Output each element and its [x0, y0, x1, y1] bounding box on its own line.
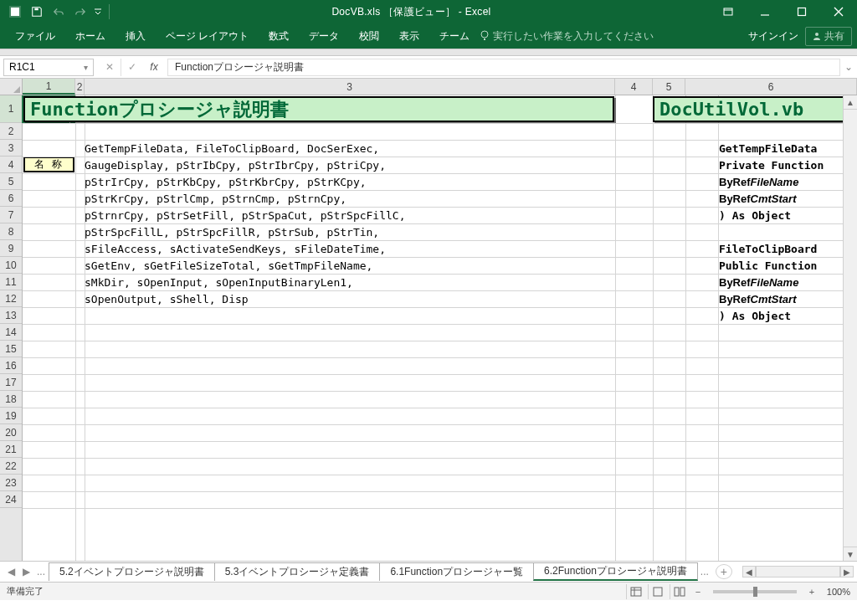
svg-rect-7 [631, 588, 641, 596]
tab-data[interactable]: データ [299, 23, 349, 49]
ribbon-display-icon[interactable] [710, 0, 747, 23]
save-icon[interactable] [27, 3, 47, 21]
sheet-tab-3[interactable]: 6.2Functionプロシージャ説明書 [533, 562, 698, 581]
row-header-23[interactable]: 23 [0, 475, 22, 491]
zoom-thumb[interactable] [753, 587, 757, 597]
row-header-20[interactable]: 20 [0, 424, 22, 441]
formula-bar: R1C1 ▾ ✕ ✓ fx Functionプロシージャ説明書 ⌄ [0, 56, 857, 79]
sheet-tab-1[interactable]: 5.3イベントプロシージャ定義書 [214, 562, 381, 581]
row-header-11[interactable]: 11 [0, 274, 22, 290]
tab-more-right[interactable]: ... [697, 563, 712, 580]
normal-view-icon[interactable] [626, 584, 646, 599]
col-header-3[interactable]: 3 [85, 79, 615, 95]
row-header-19[interactable]: 19 [0, 408, 22, 424]
zoom-out-icon[interactable]: − [691, 587, 705, 597]
name-box[interactable]: R1C1 ▾ [3, 59, 94, 76]
data-line: pStrIrCpy, pStrKbCpy, pStrKbrCpy, pStrKC… [85, 173, 367, 190]
sheet-tab-0[interactable]: 5.2イベントプロシージャ説明書 [49, 562, 215, 581]
tab-pagelayout[interactable]: ページ レイアウト [156, 23, 259, 49]
share-button[interactable]: 共有 [805, 27, 852, 46]
tab-insert[interactable]: 挿入 [115, 23, 156, 49]
chevron-down-icon[interactable]: ▾ [84, 63, 88, 72]
page-layout-view-icon[interactable] [648, 584, 668, 599]
col-header-1[interactable]: 1 [23, 79, 75, 95]
add-sheet-icon[interactable]: + [716, 564, 732, 579]
formula-expand-icon[interactable]: ⌄ [840, 61, 857, 73]
tab-formulas[interactable]: 数式 [259, 23, 299, 49]
hscroll-right-icon[interactable]: ▶ [840, 566, 854, 578]
row-header-3[interactable]: 3 [0, 140, 22, 157]
tab-review[interactable]: 校閲 [349, 23, 389, 49]
zoom-in-icon[interactable]: + [805, 587, 819, 597]
tab-nav-prev-icon[interactable]: ◀ [3, 563, 18, 580]
hscroll-track[interactable] [756, 566, 840, 578]
undo-icon[interactable] [49, 3, 69, 21]
right-line: ByRef FileName [719, 173, 798, 190]
vertical-scrollbar[interactable]: ▲ ▼ [843, 95, 857, 561]
data-line: sGetEnv, sGetFileSizeTotal, sGetTmpFileN… [85, 257, 372, 274]
cancel-icon[interactable]: ✕ [99, 59, 121, 76]
sheet-tab-2[interactable]: 6.1Functionプロシージャー覧 [379, 562, 534, 581]
zoom-percent[interactable]: 100% [827, 587, 850, 597]
tab-home[interactable]: ホーム [65, 23, 115, 49]
tab-nav-next-icon[interactable]: ▶ [18, 563, 33, 580]
row-header-14[interactable]: 14 [0, 324, 22, 341]
row-header-16[interactable]: 16 [0, 357, 22, 374]
row-header-17[interactable]: 17 [0, 374, 22, 391]
row-header-6[interactable]: 6 [0, 190, 22, 207]
enter-icon[interactable]: ✓ [121, 59, 142, 76]
redo-icon[interactable] [70, 3, 90, 21]
select-all-corner[interactable] [0, 79, 23, 95]
row-header-18[interactable]: 18 [0, 391, 22, 408]
page-break-view-icon[interactable] [670, 584, 690, 599]
svg-rect-3 [724, 8, 732, 15]
row-header-22[interactable]: 22 [0, 458, 22, 475]
row-header-12[interactable]: 12 [0, 290, 22, 307]
maximize-icon[interactable] [783, 0, 820, 23]
tab-team[interactable]: チーム [429, 23, 480, 49]
row-header-4[interactable]: 4 [0, 157, 22, 173]
status-bar: 準備完了 − + 100% [0, 582, 857, 600]
row-header-8[interactable]: 8 [0, 223, 22, 240]
scroll-down-icon[interactable]: ▼ [844, 547, 857, 561]
title-cell-main: Functionプロシージャ説明書 [23, 96, 614, 122]
formula-input[interactable]: Functionプロシージャ説明書 [167, 59, 840, 76]
row-header-10[interactable]: 10 [0, 257, 22, 274]
scroll-up-icon[interactable]: ▲ [844, 95, 857, 110]
col-header-4[interactable]: 4 [615, 79, 653, 95]
minimize-icon[interactable] [747, 0, 783, 23]
qat-customize-icon[interactable] [92, 3, 104, 21]
tab-file[interactable]: ファイル [5, 23, 65, 49]
row-header-15[interactable]: 15 [0, 341, 22, 357]
right-line: GetTempFileData [719, 140, 817, 157]
zoom-slider[interactable] [713, 590, 797, 593]
col-header-6[interactable]: 6 [685, 79, 857, 95]
svg-point-6 [815, 33, 819, 36]
cells[interactable]: Functionプロシージャ説明書 DocUtilVol.vb 名 称 GetT… [23, 95, 857, 561]
row-header-24[interactable]: 24 [0, 491, 22, 508]
svg-rect-9 [675, 588, 679, 596]
row-header-5[interactable]: 5 [0, 173, 22, 190]
col-header-5[interactable]: 5 [653, 79, 685, 95]
row-header-13[interactable]: 13 [0, 307, 22, 324]
data-line: sFileAccess, sActivateSendKeys, sFileDat… [85, 240, 386, 257]
svg-rect-10 [680, 588, 685, 596]
col-header-2[interactable]: 2 [75, 79, 85, 95]
tab-view[interactable]: 表示 [389, 23, 429, 49]
row-header-2[interactable]: 2 [0, 123, 22, 140]
row-header-1[interactable]: 1 [0, 95, 22, 123]
row-header-21[interactable]: 21 [0, 441, 22, 458]
tell-me-search[interactable]: 実行したい作業を入力してください [480, 29, 654, 44]
hscroll-left-icon[interactable]: ◀ [742, 566, 756, 578]
close-icon[interactable] [820, 0, 857, 23]
row-header-7[interactable]: 7 [0, 207, 22, 223]
tab-more-left[interactable]: ... [33, 563, 49, 580]
excel-icon [5, 3, 25, 21]
fx-icon[interactable]: fx [142, 61, 166, 73]
horizontal-scrollbar[interactable]: ◀ ▶ [742, 565, 854, 578]
lightbulb-icon [480, 30, 490, 42]
signin-link[interactable]: サインイン [748, 29, 798, 44]
row-header-9[interactable]: 9 [0, 240, 22, 257]
status-ready: 準備完了 [7, 585, 44, 598]
share-label: 共有 [824, 29, 844, 44]
